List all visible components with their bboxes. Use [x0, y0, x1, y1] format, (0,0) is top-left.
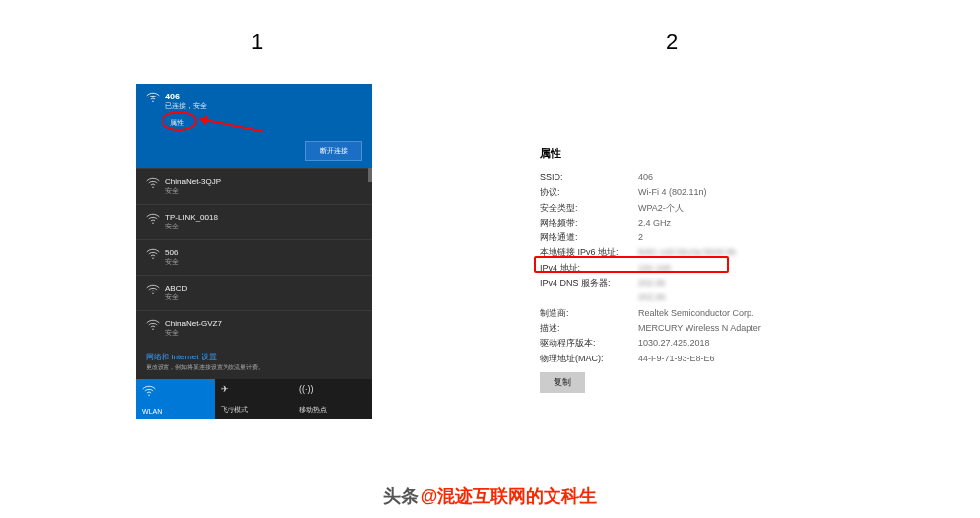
hotspot-icon: ((·)): [299, 385, 366, 394]
watermark-handle: @混迹互联网的文科生: [421, 485, 598, 508]
property-value: 44-F9-71-93-E8-E6: [638, 352, 924, 366]
quick-action-bar: WLAN✈飞行模式((·))移动热点: [136, 379, 372, 419]
svg-point-1: [152, 187, 153, 188]
property-key: 网络频带:: [540, 216, 638, 230]
svg-point-4: [152, 293, 153, 294]
property-value: 2.4 GHz: [638, 216, 924, 230]
svg-point-6: [148, 395, 149, 396]
disconnect-button[interactable]: 断开连接: [305, 141, 362, 161]
property-value: 202.96202.96: [638, 276, 924, 306]
property-row: 驱动程序版本:1030.27.425.2018: [540, 336, 924, 351]
network-settings-link[interactable]: 网络和 Internet 设置: [136, 346, 372, 364]
network-item[interactable]: ChinaNet-GVZ7安全: [136, 310, 372, 346]
connected-status: 已连接，安全: [165, 101, 207, 111]
property-key: 物理地址(MAC):: [540, 352, 638, 366]
property-value: 2: [638, 230, 924, 245]
svg-point-0: [152, 101, 153, 102]
watermark-label: 头条: [383, 485, 419, 508]
tile-wifi[interactable]: WLAN: [136, 379, 215, 419]
property-row: SSID:406: [540, 170, 924, 185]
network-name: ABCD: [165, 284, 187, 292]
wifi-icon: [146, 319, 160, 331]
connected-network[interactable]: 406 已连接，安全 属性 断开连接: [136, 84, 372, 168]
network-item[interactable]: ChinaNet-3QJP安全: [136, 168, 372, 204]
network-name: 506: [165, 248, 179, 257]
network-security: 安全: [165, 292, 187, 302]
property-key: IPv4 地址:: [540, 261, 638, 276]
property-key: SSID:: [540, 170, 638, 185]
network-security: 安全: [165, 222, 218, 231]
network-item[interactable]: ABCD安全: [136, 275, 372, 310]
watermark: 头条 @混迹互联网的文科生: [0, 475, 980, 518]
property-row: 网络频带:2.4 GHz: [540, 216, 924, 230]
properties-link-label: 属性: [170, 119, 184, 126]
property-row: 物理地址(MAC):44-F9-71-93-E8-E6: [540, 352, 924, 366]
property-key: 描述:: [540, 321, 638, 336]
property-key: IPv4 DNS 服务器:: [540, 276, 638, 306]
tile-label: WLAN: [142, 408, 209, 415]
property-row: 描述:MERCURY Wireless N Adapter: [540, 321, 924, 336]
airplane-icon: ✈: [221, 385, 288, 394]
properties-title: 属性: [540, 146, 924, 161]
annotation-number-2: 2: [666, 30, 678, 55]
property-value: 1030.27.425.2018: [638, 336, 924, 351]
tile-airplane[interactable]: ✈飞行模式: [215, 379, 294, 419]
annotation-number-1: 1: [251, 30, 263, 55]
property-value: 406: [638, 170, 924, 185]
network-name: TP-LINK_0018: [165, 213, 218, 222]
network-settings-sub: 更改设置，例如将某连接设置为按流量计费。: [136, 364, 372, 379]
network-item[interactable]: TP-LINK_0018安全: [136, 204, 372, 239]
wifi-icon: [146, 248, 160, 260]
property-value: fe80::cd2:bbc0a:5b09:9b: [638, 245, 924, 260]
wifi-icon: [146, 177, 160, 189]
network-security: 安全: [165, 328, 222, 338]
property-value: 192.168.: [638, 261, 924, 276]
svg-point-5: [152, 329, 153, 330]
property-key: 网络通道:: [540, 230, 638, 245]
property-value: MERCURY Wireless N Adapter: [638, 321, 924, 336]
connected-ssid: 406: [165, 92, 207, 101]
svg-point-2: [152, 223, 153, 224]
property-row: 制造商:Realtek Semiconductor Corp.: [540, 306, 924, 321]
property-value: Wi-Fi 4 (802.11n): [638, 185, 924, 200]
annotation-arrow: [205, 119, 263, 132]
properties-link[interactable]: 属性: [167, 117, 187, 129]
property-row: 网络通道:2: [540, 230, 924, 245]
property-value: WPA2-个人: [638, 201, 924, 216]
property-key: 本地链接 IPv6 地址:: [540, 245, 638, 260]
network-name: ChinaNet-3QJP: [165, 177, 221, 186]
wifi-icon: [146, 213, 160, 225]
property-row: IPv4 DNS 服务器:202.96202.96: [540, 276, 924, 306]
network-flyout: 406 已连接，安全 属性 断开连接 ChinaNet-3QJP安全TP-LIN…: [136, 84, 372, 419]
property-key: 制造商:: [540, 306, 638, 321]
tile-label: 移动热点: [299, 405, 366, 415]
property-row: 协议:Wi-Fi 4 (802.11n): [540, 185, 924, 200]
property-key: 安全类型:: [540, 201, 638, 216]
network-name: ChinaNet-GVZ7: [165, 319, 222, 328]
svg-point-3: [152, 258, 153, 259]
tile-hotspot[interactable]: ((·))移动热点: [294, 379, 372, 419]
network-item[interactable]: 506安全: [136, 239, 372, 275]
property-row: IPv4 地址:192.168.: [540, 261, 924, 276]
property-row: 安全类型:WPA2-个人: [540, 201, 924, 216]
wifi-icon: [146, 92, 160, 103]
property-key: 驱动程序版本:: [540, 336, 638, 351]
property-row: 本地链接 IPv6 地址:fe80::cd2:bbc0a:5b09:9b: [540, 245, 924, 260]
tile-label: 飞行模式: [221, 405, 288, 415]
network-security: 安全: [165, 186, 221, 196]
network-security: 安全: [165, 257, 179, 267]
property-value: Realtek Semiconductor Corp.: [638, 306, 924, 321]
properties-panel: 属性 SSID:406协议:Wi-Fi 4 (802.11n)安全类型:WPA2…: [540, 146, 924, 393]
copy-button[interactable]: 复制: [540, 372, 585, 393]
wifi-icon: [146, 284, 160, 295]
wifi-icon: [142, 385, 156, 397]
property-key: 协议:: [540, 185, 638, 200]
